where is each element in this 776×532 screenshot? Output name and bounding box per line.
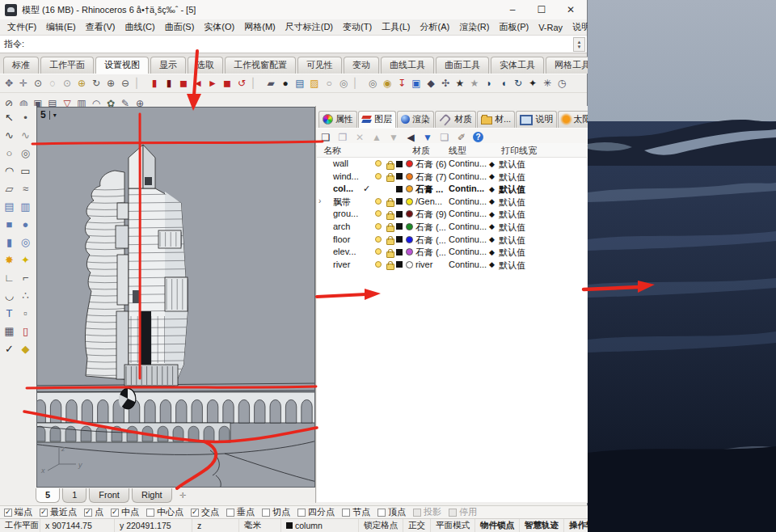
osnap-checkbox[interactable] — [413, 509, 421, 517]
layer-print-width[interactable]: 默认值 — [499, 247, 525, 259]
walk-icon[interactable]: ✦ — [525, 76, 540, 91]
layer-print-width[interactable]: 默认值 — [499, 222, 525, 234]
status-cell[interactable]: 正交 — [403, 519, 431, 532]
tools-icon[interactable]: ✐ — [456, 132, 467, 143]
folder-icon[interactable]: ▨ — [307, 76, 322, 91]
move-view-icon[interactable]: ✛ — [16, 76, 31, 91]
layer-linetype[interactable]: Contin... — [449, 184, 484, 193]
menu-item[interactable]: 面板(P) — [494, 20, 534, 34]
layer-expand-chevron-icon[interactable]: › — [318, 196, 321, 205]
panel-tab[interactable]: 图层 — [358, 111, 396, 128]
zoom-dashed-icon[interactable]: ⊙ — [60, 76, 74, 91]
close-button[interactable]: ✕ — [556, 1, 585, 19]
layer-material[interactable]: 石膏 (9) — [415, 209, 447, 221]
layer-row[interactable]: wind... 石膏 (7) Continu... ◆ 默认值 — [317, 171, 587, 184]
layer-linetype[interactable]: Continu... — [449, 234, 487, 244]
layer-row[interactable]: col... ✓ 石膏 ... Contin... ◆ 默认值 — [317, 183, 587, 196]
layer-print-width[interactable]: 默认值 — [499, 260, 525, 272]
collapse-icon[interactable]: ◀ — [405, 132, 416, 143]
layer-linetype[interactable]: Continu... — [449, 222, 487, 231]
layer-material-ball[interactable] — [406, 223, 413, 230]
status-cell[interactable]: x 907144.75 — [40, 519, 115, 532]
camera-icon[interactable]: ● — [278, 76, 293, 91]
surface-icon[interactable]: ▤ — [2, 198, 17, 214]
layer-name[interactable]: col... — [333, 184, 353, 193]
star-gray-icon[interactable]: ★ — [467, 76, 482, 91]
layer-visibility-bulb-icon[interactable] — [375, 261, 382, 268]
layer-row[interactable]: arch 石膏 (... Continu... ◆ 默认值 — [317, 221, 587, 234]
layer-material-ball[interactable] — [406, 210, 413, 217]
ellipse-icon[interactable]: ◎ — [18, 145, 33, 161]
layer-lock-icon[interactable] — [386, 223, 394, 232]
spin-down-icon[interactable]: ▼ — [577, 44, 582, 49]
layer-lock-icon[interactable] — [386, 249, 394, 258]
ribbon-tab[interactable]: 实体工具 — [491, 57, 544, 74]
viewport-title[interactable]: 5 ▾ — [40, 109, 57, 120]
layer-lock-icon[interactable] — [386, 261, 394, 270]
ribbon-tab[interactable]: 曲面工具 — [436, 57, 489, 74]
layer-color-swatch[interactable] — [396, 249, 403, 255]
osnap-toggle[interactable]: 节点 — [342, 506, 370, 518]
add-viewport-tab-icon[interactable]: ✛ — [175, 488, 191, 502]
menu-item[interactable]: 实体(O) — [199, 20, 239, 34]
osnap-toggle[interactable]: 顶点 — [377, 506, 406, 518]
status-cell[interactable]: 锁定格点 — [359, 519, 403, 532]
ribbon-tab[interactable]: 标准 — [3, 57, 39, 74]
point-icon[interactable]: • — [18, 109, 33, 125]
viewport-5[interactable]: 5 ▾ — [36, 107, 315, 488]
flash-icon[interactable]: ✦ — [18, 251, 33, 268]
osnap-checkbox[interactable] — [84, 509, 92, 517]
arc-icon[interactable]: ◠ — [2, 163, 17, 179]
layer-name[interactable]: 飘带 — [333, 196, 351, 209]
layer-name[interactable]: elev... — [333, 247, 356, 256]
menu-item[interactable]: 查看(V) — [81, 20, 120, 34]
menu-item[interactable]: V-Ray — [534, 22, 567, 33]
zoom-out-icon[interactable]: ⊖ — [118, 76, 133, 91]
layer-lock-icon[interactable] — [386, 211, 394, 220]
layer-material-ball[interactable] — [406, 198, 413, 205]
orbit-icon[interactable]: ↻ — [511, 76, 525, 91]
viewport-menu-caret-icon[interactable]: ▾ — [53, 112, 57, 119]
osnap-toggle[interactable]: 四分点 — [297, 506, 335, 518]
layer-name[interactable]: arch — [333, 222, 350, 231]
layer-print-width[interactable]: 默认值 — [499, 234, 525, 247]
menu-item[interactable]: 曲线(C) — [120, 20, 159, 34]
circle-icon[interactable]: ○ — [2, 145, 17, 161]
osnap-checkbox[interactable] — [377, 509, 386, 517]
layer-material[interactable]: 石膏 ... — [415, 184, 443, 196]
move-down-icon[interactable]: ▼ — [388, 132, 399, 143]
layer-row[interactable]: river river Continu... ◆ 默认值 — [317, 259, 587, 272]
panel-tab[interactable]: 属性 — [318, 111, 357, 128]
layer-row[interactable]: elev... 石膏 (... Continu... ◆ 默认值 — [317, 246, 587, 259]
layer-color-swatch[interactable] — [396, 161, 403, 167]
layer-linetype[interactable]: Continu... — [449, 247, 487, 256]
layer-color-swatch[interactable] — [396, 211, 403, 217]
osnap-toggle[interactable]: 停用 — [449, 506, 477, 518]
ribbon-tab[interactable]: 变动 — [344, 57, 379, 74]
osnap-checkbox[interactable] — [4, 509, 12, 517]
osnap-toggle[interactable]: 端点 — [4, 506, 32, 518]
boat-icon[interactable]: ◗ — [482, 76, 496, 91]
layer-material[interactable]: 石膏 (6) — [415, 158, 447, 171]
menu-item[interactable]: 编辑(E) — [41, 20, 81, 34]
osnap-checkbox[interactable] — [146, 509, 154, 517]
layer-material-ball[interactable] — [406, 173, 413, 180]
menu-item[interactable]: 工具(L) — [377, 20, 415, 34]
status-cell[interactable]: y 220491.175 — [115, 519, 192, 532]
layer-lock-icon[interactable] — [386, 236, 394, 245]
pan-hand-icon[interactable]: ✥ — [2, 76, 16, 91]
fillet-icon[interactable]: ◡ — [2, 287, 17, 303]
layer-material-ball[interactable] — [406, 236, 413, 243]
view-front-icon[interactable]: ◼ — [220, 76, 234, 91]
layer-material[interactable]: 石膏 (7) — [415, 171, 447, 184]
osnap-toggle[interactable]: 投影 — [413, 506, 441, 518]
osnap-checkbox[interactable] — [191, 509, 199, 517]
layer-material[interactable]: 石膏 (... — [415, 222, 446, 234]
osnap-checkbox[interactable] — [262, 509, 270, 517]
plumb-icon[interactable]: ↧ — [394, 76, 409, 91]
toolbar-separator[interactable]: ▏ — [249, 76, 264, 91]
osnap-toggle[interactable]: 中心点 — [146, 506, 183, 518]
osnap-checkbox[interactable] — [226, 509, 234, 517]
layer-name[interactable]: wall — [333, 158, 348, 168]
viewport-tab[interactable]: Front — [89, 488, 129, 503]
